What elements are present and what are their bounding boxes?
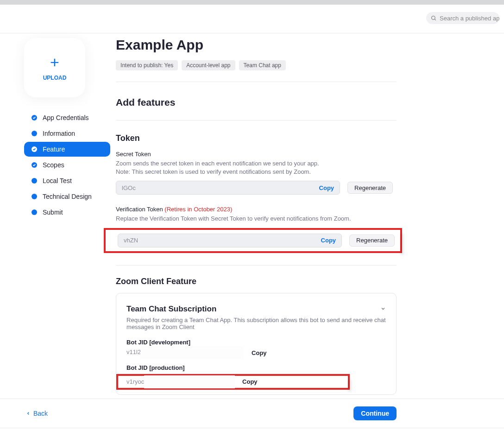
bot-jid-dev-value: v11l2	[126, 349, 245, 358]
browser-chrome-bar	[0, 0, 504, 5]
tag-publish: Intend to publish: Yes	[116, 60, 178, 70]
secret-token-group: Secret Token Zoom sends the secret token…	[116, 151, 397, 195]
team-chat-card: Team Chat Subscription Required for crea…	[116, 293, 397, 395]
back-link[interactable]: Back	[26, 410, 48, 417]
sidebar-item-label: Submit	[43, 209, 63, 216]
content: Example App Intend to publish: Yes Accou…	[116, 33, 504, 395]
team-chat-card-header[interactable]: Team Chat Subscription	[126, 304, 386, 314]
secret-token-regenerate-button[interactable]: Regenerate	[347, 182, 393, 194]
separator	[116, 265, 397, 266]
retires-note: (Retires in October 2023)	[164, 206, 232, 213]
dot-icon	[32, 178, 37, 184]
verification-token-label: Verification Token (Retires in October 2…	[116, 206, 397, 213]
sidebar-item-local-test[interactable]: Local Test	[24, 173, 110, 188]
verification-token-desc: Replace the Verification Token with Secr…	[116, 215, 397, 223]
app-tags: Intend to publish: Yes Account-level app…	[116, 60, 397, 82]
plus-icon: +	[50, 54, 59, 70]
app-title: Example App	[116, 37, 397, 53]
sidebar-item-label: App Credentials	[43, 114, 89, 121]
bot-jid-prod-row: v1ryoc Copy	[126, 377, 340, 387]
verification-token-regenerate-button[interactable]: Regenerate	[349, 235, 395, 247]
secret-token-copy[interactable]: Copy	[319, 184, 334, 191]
verification-token-group: Verification Token (Retires in October 2…	[116, 206, 397, 253]
sidebar-item-feature[interactable]: Feature	[24, 142, 110, 157]
bot-jid-prod-value: v1ryoc	[126, 377, 236, 387]
search-input[interactable]: Search a published app	[426, 12, 499, 24]
dot-icon	[32, 209, 37, 215]
sidebar-item-submit[interactable]: Submit	[24, 205, 110, 220]
sidebar-item-information[interactable]: Information	[24, 126, 110, 141]
check-icon	[32, 115, 37, 120]
chevron-left-icon	[26, 411, 31, 416]
app-header: Search a published app	[0, 5, 504, 33]
check-icon	[32, 146, 37, 152]
tag-level: Account-level app	[182, 60, 235, 70]
sidebar-item-label: Local Test	[43, 177, 72, 184]
highlight-box-bot-jid-prod: v1ryoc Copy	[116, 374, 350, 390]
back-label: Back	[33, 410, 48, 417]
sidebar-item-label: Feature	[43, 146, 65, 153]
verification-token-input[interactable]: vhZN Copy	[118, 234, 342, 247]
verification-token-copy[interactable]: Copy	[321, 237, 336, 244]
highlight-box-verification: vhZN Copy Regenerate	[104, 228, 402, 253]
bot-jid-dev-row: v11l2 Copy	[126, 349, 386, 358]
bot-jid-dev-copy[interactable]: Copy	[252, 349, 267, 356]
secret-token-input[interactable]: lGOc Copy	[116, 181, 340, 195]
chevron-down-icon	[380, 305, 386, 313]
upload-card[interactable]: + UPLOAD	[24, 38, 85, 97]
sidebar-item-label: Technical Design	[43, 193, 92, 200]
svg-line-1	[435, 19, 436, 20]
continue-button[interactable]: Continue	[353, 406, 397, 420]
svg-point-0	[432, 16, 435, 19]
dot-icon	[32, 194, 37, 199]
team-chat-desc: Required for creating a Team Chat App. T…	[126, 317, 386, 330]
upload-label: UPLOAD	[43, 75, 67, 81]
zoom-client-feature-title: Zoom Client Feature	[116, 277, 397, 286]
search-icon	[431, 15, 437, 21]
sidebar-item-app-credentials[interactable]: App Credentials	[24, 110, 110, 125]
secret-token-label: Secret Token	[116, 151, 397, 158]
add-features-title: Add features	[116, 97, 397, 120]
sidebar-item-technical-design[interactable]: Technical Design	[24, 189, 110, 204]
dot-icon	[32, 131, 37, 136]
sidebar-item-scopes[interactable]: Scopes	[24, 158, 110, 172]
secret-token-value: lGOc	[122, 184, 319, 191]
secret-token-desc: Zoom sends the secret token in each even…	[116, 159, 397, 176]
bot-jid-prod-label: Bot JID [production]	[126, 364, 386, 371]
sidebar-item-label: Scopes	[43, 161, 64, 169]
sidebar-nav: App Credentials Information Feature Scop…	[24, 110, 110, 220]
verification-token-value: vhZN	[124, 237, 321, 244]
footer-bar: Back Continue	[0, 399, 504, 428]
search-placeholder: Search a published app	[440, 15, 499, 22]
sidebar: + UPLOAD App Credentials Information Fea…	[24, 33, 116, 395]
tag-type: Team Chat app	[239, 60, 286, 70]
check-icon	[32, 162, 37, 168]
bot-jid-dev-label: Bot JID [development]	[126, 339, 386, 346]
sidebar-item-label: Information	[43, 130, 75, 137]
bot-jid-prod-copy[interactable]: Copy	[242, 378, 258, 385]
token-title: Token	[116, 133, 397, 143]
team-chat-title: Team Chat Subscription	[126, 304, 216, 314]
